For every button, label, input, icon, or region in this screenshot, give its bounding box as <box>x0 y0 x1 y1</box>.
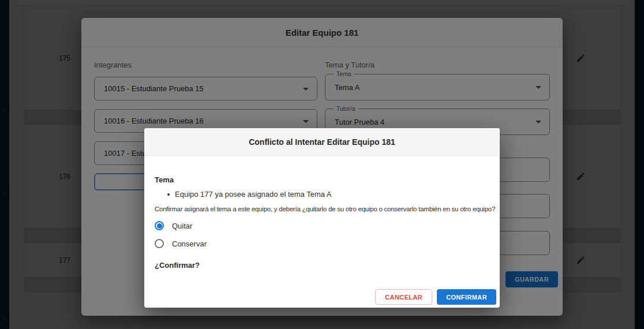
radio-option-quitar[interactable]: Quitar <box>155 221 192 230</box>
confirm-prompt: ¿Confirmar? <box>155 261 200 270</box>
radio-option-label: Conservar <box>172 240 207 248</box>
app-screen: 175 176 177 Editar Equipo 181 Integrante… <box>0 0 644 329</box>
conflict-item-text: Equipo 177 ya posee asignado el tema Tem… <box>175 190 332 199</box>
radio-option-label: Quitar <box>172 222 192 230</box>
conflict-modal-header: Conflicto al Intentar Editar Equipo 181 <box>144 128 500 156</box>
confirm-button[interactable]: CONFIRMAR <box>437 289 496 305</box>
conflict-modal-title: Conflicto al Intentar Editar Equipo 181 <box>249 137 395 147</box>
bullet-icon <box>167 193 170 196</box>
conflict-list-item: Equipo 177 ya posee asignado el tema Tem… <box>167 190 332 199</box>
radio-option-conservar[interactable]: Conservar <box>155 239 207 248</box>
conflict-section-heading: Tema <box>155 175 174 184</box>
radio-selected-icon[interactable] <box>155 221 164 230</box>
conflict-question: Confirmar asignará el tema a este equipo… <box>155 205 495 212</box>
conflict-modal: Conflicto al Intentar Editar Equipo 181 … <box>144 128 500 308</box>
radio-unselected-icon[interactable] <box>155 239 164 248</box>
conflict-modal-footer: CANCELAR CONFIRMAR <box>375 289 496 305</box>
cancel-button[interactable]: CANCELAR <box>375 289 432 305</box>
